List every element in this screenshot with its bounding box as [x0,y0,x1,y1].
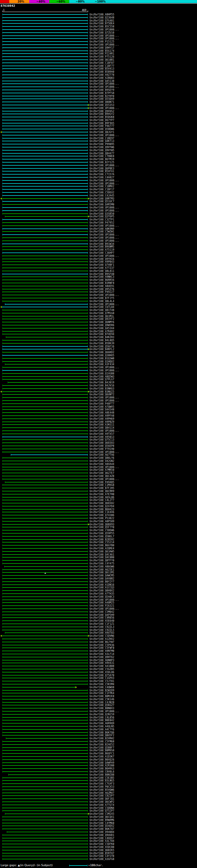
hit-label[interactable]: UniRef100_B6RR56 [90,279,114,281]
hit-label[interactable]: UniRef100_Q4C461 [90,553,114,556]
hit-label[interactable]: UniRef100_Q55DA9 [90,98,114,100]
hit-label[interactable]: UniRef100_A9PFA8 [90,414,114,417]
hit-label[interactable]: UniRef100_A3LF14 [90,653,114,655]
hit-label[interactable]: UniRef100_A48M25 [90,601,114,604]
alignment-bar[interactable] [2,826,88,826]
hit-label[interactable]: UniRef100_UP1000... [90,234,119,236]
alignment-bar[interactable] [2,497,88,498]
alignment-bar[interactable] [2,183,88,184]
alignment-bar[interactable] [2,135,88,135]
hit-label[interactable]: UniRef100_B8M9S8 [90,749,114,752]
alignment-bar[interactable] [2,696,88,696]
hit-label[interactable]: UniRef100_Q3SB50 [90,213,114,215]
alignment-bar[interactable] [2,823,88,823]
alignment-bar[interactable] [2,231,88,232]
hit-label[interactable]: UniRef100_C5JT81 [90,680,114,683]
hit-label[interactable]: UniRef100_C1MXG8 [90,484,114,487]
alignment-bar[interactable] [2,189,88,190]
alignment-bar[interactable] [2,201,88,202]
hit-label[interactable]: UniRef100_P47952 [90,221,114,224]
alignment-bar[interactable] [2,307,88,307]
alignment-bar[interactable] [2,150,88,151]
hit-label[interactable]: UniRef100_A7MR50 [90,469,114,471]
alignment-bar[interactable] [2,165,88,166]
hit-label[interactable]: UniRef100_Q6EE83 [90,441,114,444]
alignment-bar[interactable] [2,850,88,850]
hit-label[interactable]: UniRef100_A9PBZ9 [90,421,114,423]
alignment-bar[interactable] [2,609,88,609]
alignment-bar[interactable] [2,630,88,630]
hit-label[interactable]: UniRef100_B6JYW7 [90,641,114,644]
hit-label[interactable]: UniRef100_Q8L4L4 [90,300,114,303]
alignment-bar[interactable] [2,177,88,178]
alignment-bar[interactable] [2,409,88,410]
hit-label[interactable]: UniRef100_C5DFK0 [90,843,114,845]
hit-label[interactable]: UniRef100_A8P589 [90,520,114,523]
alignment-bar[interactable] [2,23,88,24]
hit-label[interactable]: UniRef100_UP1000... [90,28,119,31]
hit-label[interactable]: UniRef100_B7UE94 [90,333,114,336]
hit-label[interactable]: UniRef100_C1BMX2 [90,185,114,188]
hit-label[interactable]: UniRef100_B9SFU0 [90,273,114,276]
alignment-bar[interactable] [2,593,88,594]
alignment-bar[interactable] [2,581,88,582]
alignment-bar[interactable] [2,192,88,193]
alignment-bar[interactable] [2,623,88,624]
hit-label[interactable]: UniRef100_Q55353 [90,104,114,106]
alignment-bar[interactable] [2,768,88,769]
alignment-bar[interactable] [2,654,88,654]
alignment-bar[interactable] [2,521,88,522]
hit-label[interactable]: UniRef100_B9SEY9 [90,89,114,91]
alignment-bar[interactable] [2,859,88,859]
alignment-bar[interactable] [8,382,88,383]
alignment-bar[interactable] [2,763,88,763]
alignment-bar[interactable] [2,222,88,223]
hit-label[interactable]: UniRef100_UP1000... [90,182,119,185]
hit-label[interactable]: UniRef100_Q4KT13 [90,140,114,143]
hit-label[interactable]: UniRef100_Q6EE82 [90,502,114,505]
alignment-bar[interactable] [2,542,88,542]
alignment-bar[interactable] [2,660,88,660]
alignment-bar[interactable] [2,491,88,491]
alignment-bar[interactable] [2,590,88,591]
hit-label[interactable]: UniRef100_Q610B1 [90,59,114,61]
alignment-bar[interactable] [2,777,88,778]
hit-label[interactable]: UniRef100_Q6NMY6 [90,321,114,323]
hit-label[interactable]: UniRef100_A9RFM8 [90,650,114,652]
hit-label[interactable]: UniRef100_Q6UNT2 [90,393,114,396]
hit-label[interactable]: UniRef100_B0E042 [90,719,114,722]
alignment-bar[interactable] [2,479,88,479]
hit-label[interactable]: UniRef100_Q9HY17 [90,46,114,49]
hit-label[interactable]: UniRef100_C5DEW6 [90,529,114,532]
alignment-bar[interactable] [2,617,88,618]
hit-label[interactable]: UniRef100_C3ZTP1 [90,218,114,221]
hit-label[interactable]: UniRef100_B2AE52 [90,743,114,746]
hit-label[interactable]: UniRef100_Q5F7Y0 [90,526,114,529]
hit-label[interactable]: UniRef100_C9ZZL3 [90,626,114,628]
hit-label[interactable]: UniRef100_A1ZHX2 [90,638,114,641]
alignment-bar[interactable] [5,216,88,217]
alignment-bar[interactable] [2,714,88,715]
hit-label[interactable]: UniRef100_C4QWU8 [90,686,114,689]
hit-label[interactable]: UniRef100_Q8L811 [90,270,114,273]
alignment-bar[interactable] [2,448,88,449]
hit-label[interactable]: UniRef100_Q9RTM3 [90,197,114,200]
hit-label[interactable]: UniRef100_Q6CWP2 [90,801,114,803]
hit-label[interactable]: UniRef100_A6SL06 [90,496,114,499]
hit-label[interactable]: UniRef100_C4L056 [90,716,114,719]
hit-label[interactable]: UniRef100_UP1000... [90,478,119,480]
alignment-bar[interactable] [2,280,88,280]
alignment-bar[interactable] [2,234,88,235]
hit-label[interactable]: UniRef100_A7TH35 [90,592,114,595]
hit-label[interactable]: UniRef100_Q4WCM5 [90,574,114,577]
hit-label[interactable]: UniRef100_UP1000... [90,206,119,209]
alignment-bar[interactable] [2,744,88,745]
hit-label[interactable]: UniRef100_UP1000... [90,86,119,88]
alignment-bar[interactable] [2,406,88,407]
hit-label[interactable]: UniRef100_C55214 [90,541,114,544]
alignment-bar[interactable] [2,599,88,600]
hit-label[interactable]: UniRef100_Q75C13 [90,438,114,441]
alignment-bar[interactable] [2,59,88,60]
alignment-bar[interactable] [2,575,88,576]
alignment-bar[interactable] [2,437,88,437]
